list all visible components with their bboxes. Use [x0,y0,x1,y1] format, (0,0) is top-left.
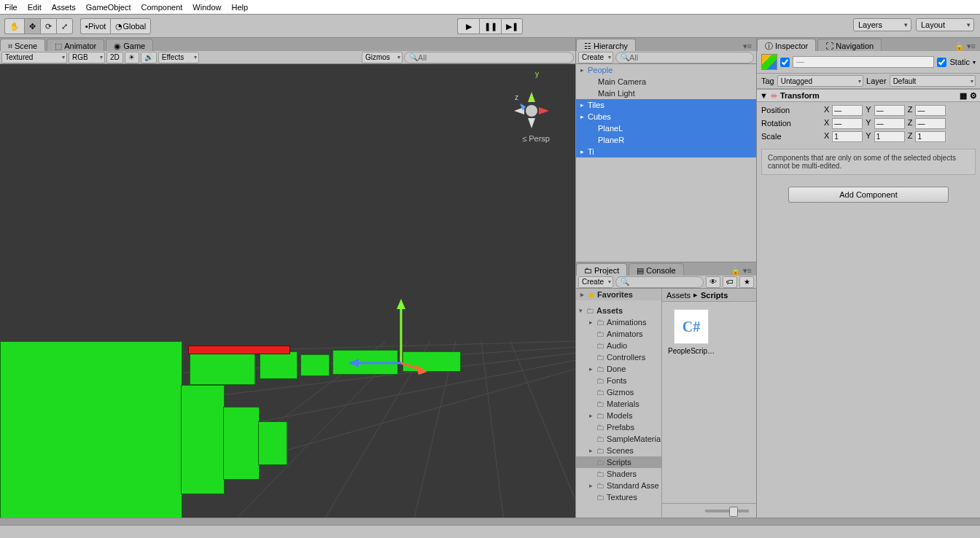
help-icon[interactable]: ▦ [960,91,967,101]
x-field[interactable] [832,131,863,142]
icon-size-slider[interactable] [662,503,756,518]
gear-icon[interactable]: ⚙ [970,91,977,101]
save-search-icon[interactable]: ★ [739,276,754,288]
menu-edit[interactable]: Edit [28,3,42,12]
menu-window[interactable]: Window [192,3,221,12]
hierarchy-item[interactable]: PlaneL [576,122,756,134]
pivot-button[interactable]: ▪ Pivot [80,18,110,34]
z-field[interactable] [915,131,946,142]
project-tree-item[interactable]: 🗀 Prefabs [576,421,661,433]
project-tree-item[interactable]: 🗀 Controllers [576,351,661,363]
project-tree-item[interactable]: 🗀 Fonts [576,375,661,386]
scene-search[interactable]: 🔍All [404,52,574,63]
file-peoplescript[interactable]: C# PeopleScrip… [669,309,713,355]
project-tree-item[interactable]: ▸🗀 Scenes [576,445,661,456]
hierarchy-search[interactable]: 🔍All [615,52,754,63]
rotate-tool[interactable]: ⟳ [40,18,56,34]
tab-scene[interactable]: ⌗Scene [0,39,45,51]
hierarchy-item[interactable]: ▸People [576,64,756,76]
hierarchy-item[interactable]: ▸Tiles [576,99,756,111]
effects-dropdown[interactable]: Effects [158,52,199,63]
menu-gameobject[interactable]: GameObject [86,3,131,12]
search-label-icon[interactable]: 🏷 [723,276,737,288]
project-tree-item[interactable]: 🗀 Audio [576,340,661,351]
tag-dropdown[interactable]: Untagged [777,75,863,87]
project-tree-item[interactable]: 🗀 SampleMateria [576,433,661,445]
breadcrumb[interactable]: Assets▸Scripts [662,289,756,302]
orientation-gizmo[interactable] [510,86,553,130]
csharp-icon: C# [674,309,709,344]
project-tree-item[interactable]: 🗀 Textures [576,491,661,503]
project-tree-item[interactable]: ▸🗀 Models [576,410,661,421]
hierarchy-tree[interactable]: ▸PeopleMain CameraMain Light▸Tiles▸Cubes… [576,64,756,262]
tab-game[interactable]: ◉Game [106,39,153,51]
hierarchy-item[interactable]: PlaneR [576,134,756,146]
project-tree-item[interactable]: ▸🗀 Done [576,363,661,375]
y-field[interactable] [874,118,905,129]
z-field[interactable] [915,105,946,116]
add-component-button[interactable]: Add Component [788,187,949,203]
global-button[interactable]: ◔ Global [110,18,151,34]
layout-dropdown[interactable]: Layout [916,18,974,31]
name-field[interactable] [793,56,934,68]
scene-viewport[interactable]: y z ≤ Persp [0,64,575,518]
layer-dropdown[interactable]: Default [890,75,976,87]
project-search[interactable]: 🔍 [615,276,704,288]
breadcrumb-scripts[interactable]: Scripts [701,291,728,300]
scale-tool[interactable]: ⤢ [56,18,73,34]
project-tree-item[interactable]: ▸🗀 Standard Asse [576,480,661,491]
project-tree-item[interactable]: 🗀 Shaders [576,468,661,480]
y-field[interactable] [874,105,905,116]
y-field[interactable] [874,131,905,142]
tab-project[interactable]: 🗀Project [576,263,627,276]
tab-hierarchy[interactable]: ☷Hierarchy [576,39,636,51]
project-tree-item[interactable]: 🗀 Gizmos [576,386,661,398]
rgb-dropdown[interactable]: RGB [69,52,105,63]
light-toggle[interactable]: ☀ [125,52,139,63]
gizmos-dropdown[interactable]: Gizmos [362,52,402,63]
hierarchy-item[interactable]: ▸Ti [576,146,756,157]
move-tool[interactable]: ✥ [24,18,40,34]
transform-header[interactable]: ▼ ⬌ Transform ▦ ⚙ [757,89,980,102]
layers-dropdown[interactable]: Layers [853,18,911,31]
menu-file[interactable]: File [4,3,18,12]
svg-marker-16 [416,364,427,375]
project-tree-item[interactable]: ▾🗀 Assets [576,305,661,316]
shading-dropdown[interactable]: Textured [1,52,67,63]
static-checkbox[interactable] [937,58,946,67]
tab-console[interactable]: ▤Console [629,263,683,276]
project-create[interactable]: Create [578,276,613,288]
x-field[interactable] [832,105,863,116]
hierarchy-item[interactable]: Main Camera [576,76,756,87]
menu-component[interactable]: Component [141,3,182,12]
search-assets-icon[interactable]: 👁 [706,276,720,288]
audio-toggle[interactable]: 🔊 [141,52,157,63]
play-button[interactable]: ▶ [457,18,479,34]
menu-assets[interactable]: Assets [52,3,76,12]
project-tree-item[interactable]: 🗀 Materials [576,398,661,410]
2d-toggle[interactable]: 2D [106,52,123,63]
z-field[interactable] [915,118,946,129]
pause-button[interactable]: ❚❚ [479,18,501,34]
project-tree-item[interactable]: 🗀 Scripts [576,456,661,468]
project-tree-item[interactable]: ▸🗀 Animations [576,316,661,328]
active-checkbox[interactable] [780,58,790,67]
project-panel: 🗀Project ▤Console 🔒 ▾≡ Create 🔍 👁 🏷 ★ ▸★… [576,262,756,518]
project-content[interactable]: C# PeopleScrip… [662,302,756,503]
tab-animator[interactable]: ⬚Animator [47,39,104,51]
hierarchy-item[interactable]: Main Light [576,87,756,99]
tab-inspector[interactable]: ⓘInspector [757,39,816,51]
panel-menu-icon[interactable]: ▾≡ [739,42,756,51]
menu-help[interactable]: Help [231,3,248,12]
step-button[interactable]: ▶❚ [501,18,523,34]
panel-lock-icon[interactable]: 🔒 ▾≡ [950,42,980,51]
project-tree[interactable]: ▸★ Favorites ▾🗀 Assets▸🗀 Animations🗀 Ani… [576,289,662,518]
hierarchy-item[interactable]: ▸Cubes [576,111,756,122]
hierarchy-create[interactable]: Create [578,52,613,63]
project-tree-item[interactable]: 🗀 Animators [576,328,661,340]
tab-navigation[interactable]: ⛶Navigation [817,39,882,51]
x-field[interactable] [832,118,863,129]
panel-lock-icon[interactable]: 🔒 ▾≡ [726,266,756,276]
breadcrumb-assets[interactable]: Assets [666,291,691,300]
hand-tool[interactable]: ✋ [4,18,24,34]
